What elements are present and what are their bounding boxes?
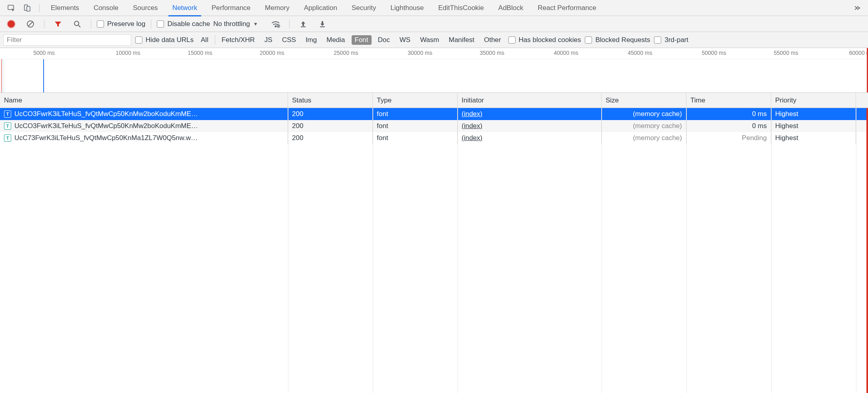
cell-status: 200 (288, 108, 373, 120)
timeline-start-marker (1, 59, 2, 93)
third-party-checkbox[interactable]: 3rd-part (654, 36, 688, 44)
cell-time: 0 ms (686, 120, 771, 132)
filter-type-manifest[interactable]: Manifest (446, 35, 478, 45)
table-row[interactable]: T UcC73FwrK3iLTeHuS_fvQtMwCp50KnMa1ZL7W0… (0, 132, 868, 144)
clear-button[interactable] (25, 18, 36, 30)
svg-point-5 (74, 21, 79, 26)
tab-sources[interactable]: Sources (126, 0, 165, 16)
tab-react-performance[interactable]: React Performance (530, 0, 603, 16)
font-file-icon: T (4, 134, 11, 142)
tab-application[interactable]: Application (297, 0, 344, 16)
header-initiator[interactable]: Initiator (458, 93, 602, 108)
record-button[interactable] (6, 18, 17, 30)
tab-performance[interactable]: Performance (204, 0, 258, 16)
separator (44, 20, 44, 28)
blocked-cookies-label: Has blocked cookies (519, 36, 581, 44)
download-har-icon[interactable] (317, 18, 328, 30)
table-row[interactable]: T UcCO3FwrK3iLTeHuS_fvQtMwCp50KnMw2boKod… (0, 108, 868, 120)
throttling-select[interactable]: No throttling ▼ (213, 20, 264, 28)
tab-elements[interactable]: Elements (44, 0, 86, 16)
timeline-tick: 40000 ms (554, 50, 578, 56)
filter-input[interactable] (3, 34, 131, 46)
blocked-requests-checkbox[interactable]: Blocked Requests (585, 36, 650, 44)
tab-lighthouse[interactable]: Lighthouse (383, 0, 431, 16)
disable-cache-checkbox[interactable]: Disable cache (157, 20, 210, 28)
preserve-log-label: Preserve log (107, 20, 145, 28)
tab-security[interactable]: Security (344, 0, 383, 16)
timeline-load-marker (43, 59, 44, 93)
more-tabs-icon[interactable] (851, 2, 862, 14)
disable-cache-label: Disable cache (167, 20, 210, 28)
header-status[interactable]: Status (288, 93, 373, 108)
initiator-link[interactable]: (index) (462, 122, 482, 130)
cell-type: font (373, 120, 458, 132)
cell-initiator: (index) (458, 120, 602, 132)
timeline-tick: 50000 ms (702, 50, 726, 56)
filter-type-all[interactable]: All (198, 35, 212, 45)
header-time[interactable]: Time (686, 93, 771, 108)
separator (151, 20, 151, 28)
cell-status: 200 (288, 120, 373, 132)
tab-console[interactable]: Console (86, 0, 126, 16)
filter-type-img[interactable]: Img (302, 35, 320, 45)
tab-network[interactable]: Network (165, 0, 204, 16)
table-header: Name Status Type Initiator Size Time Pri… (0, 93, 868, 108)
header-priority[interactable]: Priority (771, 93, 856, 108)
timeline-band (2, 59, 4, 93)
initiator-link[interactable]: (index) (462, 110, 482, 118)
timeline-tick: 35000 ms (480, 50, 504, 56)
filter-type-ws[interactable]: WS (396, 35, 414, 45)
timeline-tick: 15000 ms (188, 50, 212, 56)
cell-size: (memory cache) (602, 108, 686, 120)
cell-status: 200 (288, 132, 373, 144)
device-toggle-icon[interactable] (22, 2, 33, 14)
filter-type-fetch-xhr[interactable]: Fetch/XHR (218, 35, 258, 45)
filter-type-other[interactable]: Other (481, 35, 504, 45)
cell-initiator: (index) (458, 132, 602, 144)
separator (39, 4, 40, 12)
cell-initiator: (index) (458, 108, 602, 120)
cell-size: (memory cache) (602, 132, 686, 144)
inspect-element-icon[interactable] (6, 2, 17, 14)
search-icon[interactable] (72, 18, 83, 30)
table-row[interactable]: T UcCO3FwrK3iLTeHuS_fvQtMwCp50KnMw2boKod… (0, 120, 868, 132)
header-size[interactable]: Size (602, 93, 686, 108)
header-type[interactable]: Type (373, 93, 458, 108)
filter-type-wasm[interactable]: Wasm (417, 35, 442, 45)
initiator-link[interactable]: (index) (462, 134, 482, 142)
svg-rect-0 (8, 5, 14, 10)
svg-rect-9 (301, 26, 306, 27)
font-file-icon: T (4, 122, 11, 130)
blocked-cookies-checkbox[interactable]: Has blocked cookies (508, 36, 581, 44)
filter-toggle-icon[interactable] (52, 18, 64, 30)
header-extra[interactable] (856, 93, 868, 108)
upload-har-icon[interactable] (298, 18, 309, 30)
devtools-tabbar: ElementsConsoleSourcesNetworkPerformance… (0, 0, 868, 16)
filter-type-js[interactable]: JS (261, 35, 276, 45)
hide-data-urls-checkbox[interactable]: Hide data URLs (135, 36, 194, 44)
filter-type-media[interactable]: Media (323, 35, 348, 45)
third-party-label: 3rd-part (664, 36, 688, 44)
tab-editthiscookie[interactable]: EditThisCookie (431, 0, 491, 16)
filter-type-css[interactable]: CSS (279, 35, 299, 45)
chevron-down-icon: ▼ (253, 21, 258, 27)
cell-name: T UcCO3FwrK3iLTeHuS_fvQtMwCp50KnMw2boKod… (0, 120, 288, 132)
network-conditions-icon[interactable] (270, 18, 281, 30)
preserve-log-checkbox[interactable]: Preserve log (97, 20, 145, 28)
cell-name: T UcC73FwrK3iLTeHuS_fvQtMwCp50KnMa1ZL7W0… (0, 132, 288, 144)
tab-memory[interactable]: Memory (258, 0, 296, 16)
header-name[interactable]: Name (0, 93, 288, 108)
filter-type-font[interactable]: Font (352, 35, 372, 45)
table-body: T UcCO3FwrK3iLTeHuS_fvQtMwCp50KnMw2boKod… (0, 108, 868, 393)
tab-adblock[interactable]: AdBlock (491, 0, 530, 16)
file-name: UcCO3FwrK3iLTeHuS_fvQtMwCp50KnMw2boKoduK… (14, 110, 198, 118)
timeline-tick: 10000 ms (116, 50, 140, 56)
file-name: UcCO3FwrK3iLTeHuS_fvQtMwCp50KnMw2boKoduK… (14, 122, 198, 130)
timeline-overview[interactable]: 5000 ms10000 ms15000 ms20000 ms25000 ms3… (0, 48, 868, 93)
hide-data-urls-label: Hide data URLs (146, 36, 194, 44)
filter-type-doc[interactable]: Doc (375, 35, 393, 45)
cell-type: font (373, 108, 458, 120)
checkbox-icon (135, 36, 142, 44)
timeline-tick: 20000 ms (260, 50, 284, 56)
svg-rect-10 (320, 26, 325, 27)
